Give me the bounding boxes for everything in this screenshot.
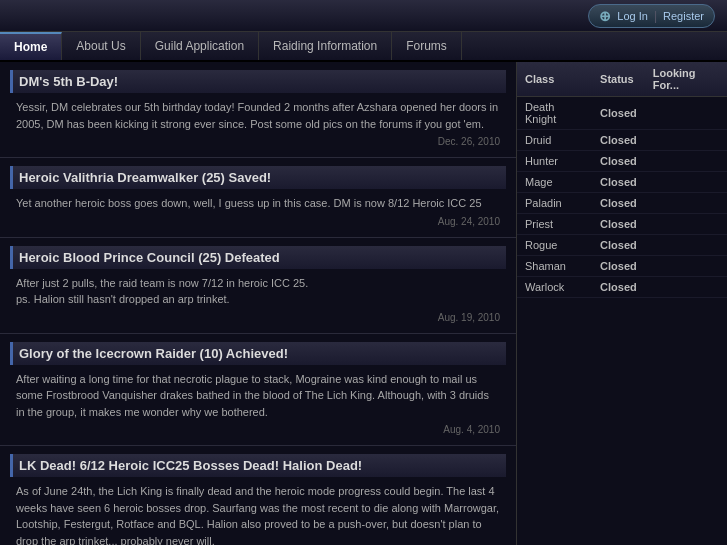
status-header: Status — [592, 62, 645, 97]
login-link[interactable]: Log In — [617, 10, 648, 22]
class-cell: Shaman — [517, 256, 592, 277]
class-cell: Priest — [517, 214, 592, 235]
nav-item-home[interactable]: Home — [0, 32, 62, 60]
news-date: Aug. 24, 2010 — [10, 212, 506, 229]
status-cell: Closed — [592, 277, 645, 298]
class-cell: Warlock — [517, 277, 592, 298]
news-date: Aug. 4, 2010 — [10, 420, 506, 437]
status-cell: Closed — [592, 130, 645, 151]
news-title: Heroic Valithria Dreamwalker (25) Saved! — [10, 166, 506, 189]
looking-cell — [645, 277, 727, 298]
looking-cell — [645, 97, 727, 130]
news-date: Dec. 26, 2010 — [10, 132, 506, 149]
news-title: DM's 5th B-Day! — [10, 70, 506, 93]
news-item: Glory of the Icecrown Raider (10) Achiev… — [0, 334, 516, 447]
news-body: Yessir, DM celebrates our 5th birthday t… — [10, 99, 506, 132]
status-cell: Closed — [592, 214, 645, 235]
class-cell: Paladin — [517, 193, 592, 214]
class-header: Class — [517, 62, 592, 97]
news-item: LK Dead! 6/12 Heroic ICC25 Bosses Dead! … — [0, 446, 516, 545]
news-item: Heroic Blood Prince Council (25) Defeate… — [0, 238, 516, 334]
plus-icon: ⊕ — [599, 8, 611, 24]
table-row: MageClosed — [517, 172, 727, 193]
status-cell: Closed — [592, 172, 645, 193]
table-row: DruidClosed — [517, 130, 727, 151]
news-date: Aug. 19, 2010 — [10, 308, 506, 325]
looking-header: Looking For... — [645, 62, 727, 97]
news-body: After waiting a long time for that necro… — [10, 371, 506, 421]
table-row: HunterClosed — [517, 151, 727, 172]
news-item: DM's 5th B-Day!Yessir, DM celebrates our… — [0, 62, 516, 158]
news-title: Glory of the Icecrown Raider (10) Achiev… — [10, 342, 506, 365]
class-cell: Rogue — [517, 235, 592, 256]
status-cell: Closed — [592, 193, 645, 214]
recruitment-table: Class Status Looking For... Death Knight… — [517, 62, 727, 298]
table-row: PaladinClosed — [517, 193, 727, 214]
looking-cell — [645, 151, 727, 172]
main-content: DM's 5th B-Day!Yessir, DM celebrates our… — [0, 62, 727, 545]
sidebar: Class Status Looking For... Death Knight… — [517, 62, 727, 545]
login-separator: | — [654, 9, 657, 23]
news-title: Heroic Blood Prince Council (25) Defeate… — [10, 246, 506, 269]
class-cell: Mage — [517, 172, 592, 193]
news-body: As of June 24th, the Lich King is finall… — [10, 483, 506, 545]
news-body: ps. Halion still hasn't dropped an arp t… — [10, 291, 506, 308]
table-row: WarlockClosed — [517, 277, 727, 298]
news-body: After just 2 pulls, the raid team is now… — [10, 275, 506, 292]
looking-cell — [645, 256, 727, 277]
login-area: ⊕ Log In | Register — [588, 4, 715, 28]
looking-cell — [645, 172, 727, 193]
looking-cell — [645, 193, 727, 214]
status-cell: Closed — [592, 151, 645, 172]
news-title: LK Dead! 6/12 Heroic ICC25 Bosses Dead! … — [10, 454, 506, 477]
nav-item-about[interactable]: About Us — [62, 32, 140, 60]
class-cell: Hunter — [517, 151, 592, 172]
register-link[interactable]: Register — [663, 10, 704, 22]
class-cell: Druid — [517, 130, 592, 151]
table-row: PriestClosed — [517, 214, 727, 235]
main-nav: HomeAbout UsGuild ApplicationRaiding Inf… — [0, 32, 727, 62]
nav-item-raiding[interactable]: Raiding Information — [259, 32, 392, 60]
table-row: RogueClosed — [517, 235, 727, 256]
looking-cell — [645, 130, 727, 151]
class-cell: Death Knight — [517, 97, 592, 130]
news-feed: DM's 5th B-Day!Yessir, DM celebrates our… — [0, 62, 517, 545]
looking-cell — [645, 214, 727, 235]
table-row: Death KnightClosed — [517, 97, 727, 130]
status-cell: Closed — [592, 256, 645, 277]
news-item: Heroic Valithria Dreamwalker (25) Saved!… — [0, 158, 516, 238]
looking-cell — [645, 235, 727, 256]
status-cell: Closed — [592, 97, 645, 130]
top-bar: ⊕ Log In | Register — [0, 0, 727, 32]
nav-item-forums[interactable]: Forums — [392, 32, 462, 60]
nav-item-guild[interactable]: Guild Application — [141, 32, 259, 60]
news-body: Yet another heroic boss goes down, well,… — [10, 195, 506, 212]
table-row: ShamanClosed — [517, 256, 727, 277]
status-cell: Closed — [592, 235, 645, 256]
